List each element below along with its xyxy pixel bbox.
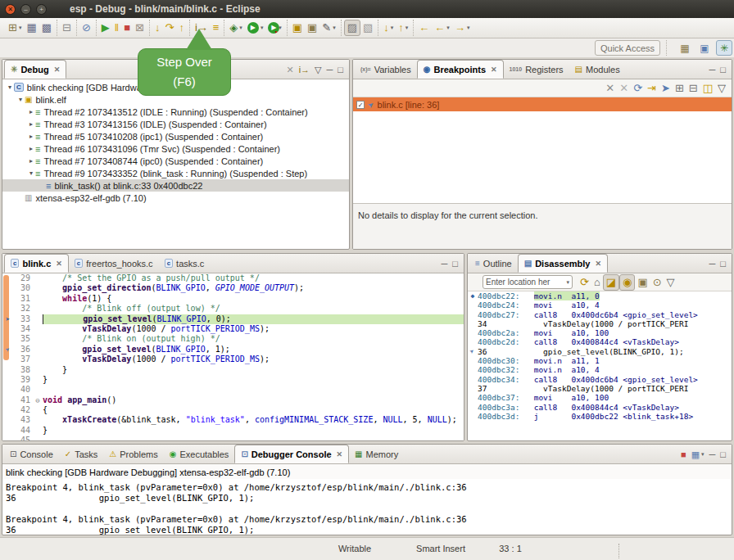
debug-tree-item[interactable]: ▸≡Thread #6 1073431096 (Tmr Svc) (Suspen… xyxy=(2,142,349,155)
save-icon[interactable]: ▦ xyxy=(24,20,39,36)
disconnect-icon[interactable]: ⊠ xyxy=(133,20,147,36)
go-to-file-for-breakpoint-icon[interactable]: ⇥ xyxy=(645,80,659,97)
minimize-button[interactable]: – xyxy=(20,4,31,15)
right-tab-disassembly[interactable]: ▤Disassembly✕ xyxy=(518,254,608,273)
step-return-icon[interactable]: ↑ xyxy=(176,20,187,36)
right-tab-registers[interactable]: 1010Registers xyxy=(504,60,569,79)
breakpoint-marker-icon[interactable]: ➤ xyxy=(2,344,12,355)
editor-tab-tasks-c[interactable]: ctasks.c xyxy=(159,254,211,273)
step-into-icon[interactable]: ↓ xyxy=(152,20,163,36)
maximize-icon[interactable]: □ xyxy=(718,61,728,78)
close-button[interactable]: ✕ xyxy=(5,4,16,15)
fold-marker-icon[interactable]: ⊖ xyxy=(33,395,43,405)
maximize-icon[interactable]: □ xyxy=(718,446,728,463)
debug-tree-item[interactable]: ▾≡Thread #9 1073433352 (blink_task : Run… xyxy=(2,167,349,179)
breakpoint-row[interactable]: ✓➤blink.c [line: 36] xyxy=(353,97,732,111)
debug-perspective-button[interactable]: ✳ xyxy=(716,40,732,56)
show-breakpoints-for-target-icon[interactable]: ⟳ xyxy=(631,80,645,97)
console-tab-tasks[interactable]: ✓Tasks xyxy=(59,445,104,463)
debug-tree-item[interactable]: ▸≡Thread #2 1073413512 (IDLE : Running) … xyxy=(2,106,349,118)
tree-twisty-icon[interactable]: ▸ xyxy=(27,145,35,152)
minimize-icon[interactable]: ─ xyxy=(324,61,336,78)
search-icon[interactable]: ✎▾ xyxy=(319,20,338,36)
console-tab-executables[interactable]: ◉Executables xyxy=(164,445,235,463)
tree-twisty-icon[interactable]: ▸ xyxy=(27,133,35,140)
tree-twisty-icon[interactable]: ▾ xyxy=(27,169,35,177)
collapse-all-icon[interactable]: ⊟ xyxy=(686,80,700,97)
console-output[interactable]: Breakpoint 4, blink_task (pvParameter=0x… xyxy=(2,479,732,535)
run-icon[interactable]: ▶▾ xyxy=(245,20,266,36)
display-selected-console-icon[interactable]: ▦▾ xyxy=(689,446,707,463)
minimize-icon[interactable]: ─ xyxy=(707,61,718,78)
debug-icon[interactable]: ◈▾ xyxy=(227,20,245,36)
close-tab-icon[interactable]: ✕ xyxy=(595,260,601,268)
location-input[interactable]: Enter location her ▾ xyxy=(483,275,573,289)
console-tab-memory[interactable]: ▦Memory xyxy=(349,445,404,463)
console-tab-problems[interactable]: ⚠Problems xyxy=(103,445,163,463)
maximize-icon[interactable]: □ xyxy=(450,255,460,272)
maximize-icon[interactable]: □ xyxy=(718,255,728,272)
view-menu-icon[interactable]: ▽ xyxy=(664,274,677,291)
right-tab-variables[interactable]: (x)=Variables xyxy=(355,60,417,79)
debug-tab-debug[interactable]: ✳Debug✕ xyxy=(4,60,66,79)
pin-view-icon[interactable]: ⊙ xyxy=(650,274,664,291)
remove-selected-breakpoints-icon[interactable]: ✕ xyxy=(603,80,617,97)
link-with-debug-view-icon[interactable]: ◫ xyxy=(700,80,715,97)
breakpoint-checkbox[interactable]: ✓ xyxy=(356,101,365,109)
suspend-icon[interactable]: ‖ xyxy=(112,20,121,36)
open-project-icon[interactable]: ▣ xyxy=(290,20,305,36)
tree-twisty-icon[interactable]: ▾ xyxy=(6,84,14,91)
previous-annotation-icon[interactable]: ↑▾ xyxy=(396,20,410,36)
minimize-icon[interactable]: ─ xyxy=(439,255,451,272)
next-annotation-icon[interactable]: ↓▾ xyxy=(381,20,396,36)
resume-icon[interactable]: ▶ xyxy=(99,20,112,36)
close-tab-icon[interactable]: ✕ xyxy=(54,65,61,74)
code-editor[interactable]: 29 /* Set the GPIO as a push/pull output… xyxy=(2,273,464,441)
open-new-view-icon[interactable]: ▣ xyxy=(635,274,650,291)
terminate-icon[interactable]: ■ xyxy=(121,20,133,36)
view-menu-icon[interactable]: ▽ xyxy=(715,80,728,97)
last-edit-location-icon[interactable]: ← xyxy=(416,20,432,36)
tree-twisty-icon[interactable]: ▸ xyxy=(27,120,35,128)
open-perspective-button[interactable]: ▦ xyxy=(677,40,693,56)
cpp-perspective-button[interactable]: ▣ xyxy=(696,40,713,56)
location-dropdown-icon[interactable]: ▾ xyxy=(566,279,569,286)
tree-twisty-icon[interactable]: ▾ xyxy=(16,96,25,103)
skip-all-breakpoints-icon[interactable]: ⊘ xyxy=(79,20,93,36)
right-tab-breakpoints[interactable]: ◉Breakpoints✕ xyxy=(417,60,504,79)
close-tab-icon[interactable]: ✕ xyxy=(491,65,497,74)
editor-tab-blink-c[interactable]: cblink.c✕ xyxy=(4,254,69,273)
external-tools-icon[interactable]: ▶•▾ xyxy=(265,20,283,36)
right-tab-modules[interactable]: ▤Modules xyxy=(569,60,626,79)
sync-with-active-context-icon[interactable]: ◉ xyxy=(619,274,635,291)
maximize-icon[interactable]: □ xyxy=(335,61,346,78)
step-over-icon[interactable]: ↷ xyxy=(162,20,176,36)
build-icon[interactable]: ⊟ xyxy=(60,20,74,36)
go-to-pc-home-icon[interactable]: ⌂ xyxy=(591,274,603,291)
annotation-properties-icon[interactable]: ▧ xyxy=(360,20,375,36)
expand-all-icon[interactable]: ⊞ xyxy=(673,80,686,97)
terminate-console-icon[interactable]: ■ xyxy=(678,446,689,463)
remove-all-breakpoints-icon[interactable]: ✕ xyxy=(617,80,631,97)
forward-icon[interactable]: →▾ xyxy=(452,20,473,36)
back-icon[interactable]: ←▾ xyxy=(432,20,452,36)
debug-tree-item[interactable]: ≡blink_task() at blink.c:33 0x400dbc22 xyxy=(2,179,349,192)
quick-access-button[interactable]: Quick Access xyxy=(595,40,660,56)
close-tab-icon[interactable]: ✕ xyxy=(56,260,62,268)
debug-tree-item[interactable]: ▥xtensa-esp32-elf-gdb (7.10) xyxy=(2,192,349,204)
minimize-icon[interactable]: ─ xyxy=(707,446,718,463)
skip-all-breakpoints-icon[interactable]: ➤ xyxy=(659,80,673,97)
maximize-button[interactable]: + xyxy=(36,4,47,15)
mark-occurrences-icon[interactable]: ▨ xyxy=(344,20,360,36)
show-source-icon[interactable]: ◪ xyxy=(603,274,619,291)
tree-twisty-icon[interactable]: ▸ xyxy=(27,157,35,165)
close-tab-icon[interactable]: ✕ xyxy=(337,450,343,458)
editor-tab-freertos-hooks-c[interactable]: cfreertos_hooks.c xyxy=(69,254,159,273)
console-tab-debugger-console[interactable]: ⊡Debugger Console✕ xyxy=(234,445,349,463)
minimize-icon[interactable]: ─ xyxy=(707,255,718,272)
open-file-icon[interactable]: ▣ xyxy=(305,20,319,36)
save-all-icon[interactable]: ▩ xyxy=(39,20,54,36)
debug-tree-item[interactable]: ▸≡Thread #7 1073408744 (ipc0) (Suspended… xyxy=(2,155,349,167)
view-menu-icon[interactable]: ▽ xyxy=(312,61,324,78)
debug-tree-item[interactable]: ▸≡Thread #3 1073413156 (IDLE) (Suspended… xyxy=(2,118,349,130)
